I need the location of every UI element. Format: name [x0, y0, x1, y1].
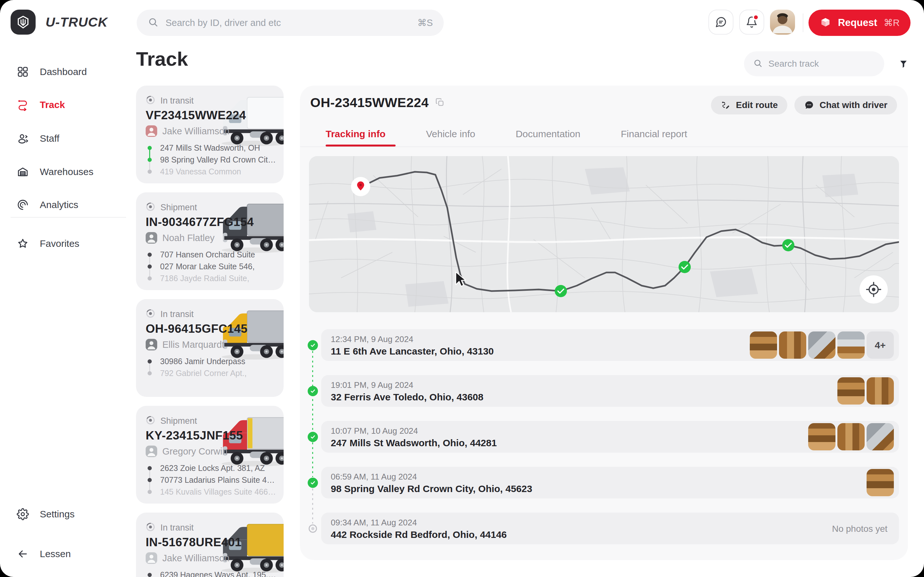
- stop-address: 707 Hansen Orchard Suite: [160, 250, 255, 259]
- checkpoint-marker: [782, 239, 795, 251]
- shipment-card[interactable]: In transitVF23415WWE224Jake Williamson24…: [136, 85, 284, 183]
- stop-item: 7186 Jayde Radial Suite,: [145, 272, 277, 284]
- photo-thumb[interactable]: [867, 469, 894, 496]
- user-avatar[interactable]: [770, 10, 795, 35]
- global-search[interactable]: ⌘S: [137, 10, 444, 36]
- stop-connector: [149, 150, 150, 158]
- lessen-icon: [17, 548, 29, 560]
- messages-button[interactable]: [708, 10, 733, 35]
- photo-thumb[interactable]: [808, 332, 835, 359]
- sidebar-item-label: Dashboard: [40, 66, 87, 77]
- filter-button[interactable]: [896, 56, 911, 72]
- timeline-connector-pending: [312, 488, 313, 524]
- timeline-row: 09:34 AM, 11 Aug 2024442 Rockside Rd Bed…: [321, 513, 899, 544]
- tab-documentation[interactable]: Documentation: [515, 129, 580, 139]
- driver-row: Jake Williamson: [145, 552, 230, 564]
- request-button[interactable]: Request ⌘R: [809, 10, 911, 36]
- brand-name: U-TRUCK: [45, 15, 108, 30]
- stop-address: 419 Vanessa Common: [160, 167, 241, 176]
- stop-address: 70773 Ladarius Plains Suite 496, AZ: [160, 475, 277, 485]
- sidebar-item-lessen[interactable]: Lessen: [17, 542, 71, 566]
- timeline-row: 06:59 AM, 11 Aug 202498 Spring Valley Rd…: [321, 467, 899, 498]
- page-title: Track: [136, 47, 188, 70]
- timeline-check-icon: [308, 432, 318, 442]
- stop-dot-icon: [148, 253, 152, 257]
- sidebar-item-label: Warehouses: [40, 166, 94, 177]
- brand-logo-icon: [11, 10, 36, 35]
- timeline-row: 19:01 PM, 9 Aug 202432 Ferris Ave Toledo…: [321, 375, 899, 407]
- stop-connector: [149, 482, 150, 490]
- status-row: In transit: [145, 95, 194, 106]
- sidebar-item-staff[interactable]: Staff: [17, 127, 59, 150]
- stop-connector: [149, 256, 150, 265]
- driver-row: Gregory Corwin: [145, 446, 228, 457]
- tab-vehicle-info[interactable]: Vehicle info: [426, 129, 475, 139]
- photo-thumb[interactable]: [808, 423, 835, 450]
- tab-financial-report[interactable]: Financial report: [621, 129, 687, 139]
- stop-item: 027 Morar Lake Suite 546,: [145, 261, 277, 272]
- track-search[interactable]: [744, 51, 884, 76]
- chat-with-driver-button[interactable]: Chat with driver: [795, 96, 897, 114]
- stop-list: 707 Hansen Orchard Suite027 Morar Lake S…: [145, 249, 277, 284]
- sidebar-item-settings[interactable]: Settings: [17, 503, 74, 526]
- photo-thumb[interactable]: [779, 332, 806, 359]
- track-search-input[interactable]: [768, 59, 884, 69]
- shipment-card-id: IN-51678URE401: [145, 536, 242, 549]
- tab-tracking-info[interactable]: Tracking info: [326, 129, 386, 139]
- driver-avatar: [145, 446, 157, 457]
- analytics-icon: [17, 199, 29, 211]
- photo-thumb[interactable]: [837, 332, 865, 359]
- message-bubble-icon: [715, 16, 727, 28]
- photo-thumb[interactable]: [867, 377, 894, 405]
- topbar-divider: [803, 13, 803, 32]
- stop-connector: [149, 268, 150, 277]
- chat-icon: [804, 100, 814, 110]
- sidebar-item-analytics[interactable]: Analytics: [17, 193, 78, 216]
- status-ring-icon: [145, 202, 155, 213]
- copy-icon[interactable]: [435, 97, 445, 108]
- photo-thumb[interactable]: [837, 377, 865, 405]
- timeline-row: 12:34 PM, 9 Aug 202411 E 6th Ave Lancast…: [321, 329, 899, 361]
- stop-address: 027 Morar Lake Suite 546,: [160, 262, 255, 271]
- sidebar-item-track[interactable]: Track: [17, 93, 65, 116]
- stop-dot-icon: [148, 158, 152, 162]
- status-label: Shipment: [160, 416, 197, 426]
- global-search-input[interactable]: [166, 18, 410, 28]
- status-ring-icon: [145, 522, 155, 533]
- stop-item: 707 Hansen Orchard Suite: [145, 249, 277, 261]
- stop-dot-icon: [148, 573, 152, 577]
- route-edit-icon: [720, 100, 731, 110]
- notifications-button[interactable]: [739, 10, 764, 35]
- driver-row: Noah Flatley: [145, 232, 215, 243]
- shipment-card[interactable]: ShipmentIN-9034677ZFG154Noah Flatley707 …: [136, 192, 284, 290]
- sidebar-item-warehouses[interactable]: Warehouses: [17, 160, 94, 183]
- shipment-card[interactable]: ShipmentKY-23415JNF155Gregory Corwin2623…: [136, 406, 284, 504]
- photo-thumbnails: [808, 423, 894, 450]
- photo-thumb[interactable]: [750, 332, 777, 359]
- photo-thumb[interactable]: [867, 423, 894, 450]
- sidebar-item-dashboard[interactable]: Dashboard: [17, 60, 87, 83]
- status-row: Shipment: [145, 202, 197, 213]
- stop-dot-icon: [148, 264, 152, 269]
- shipment-detail-panel: OH-23415WWE224 Edit route: [300, 85, 908, 560]
- more-photos-button[interactable]: 4+: [867, 332, 894, 359]
- shipment-card-id: OH-96415GFC145: [145, 322, 248, 335]
- photo-thumb[interactable]: [837, 423, 865, 450]
- stop-address: 6239 Hagenes Ways Apt. 195, WI: [160, 570, 277, 577]
- stop-dot-icon: [148, 276, 152, 280]
- stop-dot-icon: [148, 146, 152, 150]
- stop-connector: [149, 161, 150, 170]
- sidebar-item-favorites[interactable]: Favorites: [17, 232, 79, 255]
- route-map[interactable]: [309, 156, 899, 312]
- edit-route-button[interactable]: Edit route: [711, 96, 788, 114]
- shipment-card[interactable]: In transitOH-96415GFC145Ellis Marquardt3…: [136, 299, 284, 397]
- stop-item: 2623 Zoie Locks Apt. 381, AZ: [145, 462, 277, 474]
- funnel-icon: [898, 59, 909, 69]
- timeline-check-icon: [308, 386, 318, 396]
- photo-thumbnails: [837, 377, 894, 405]
- stop-address: 2623 Zoie Locks Apt. 381, AZ: [160, 464, 265, 473]
- shipment-card[interactable]: In transitIN-51678URE401Jake Williamson6…: [136, 513, 284, 577]
- stop-dot-icon: [148, 490, 152, 494]
- stop-dot-icon: [148, 359, 152, 364]
- locate-button[interactable]: [859, 276, 888, 303]
